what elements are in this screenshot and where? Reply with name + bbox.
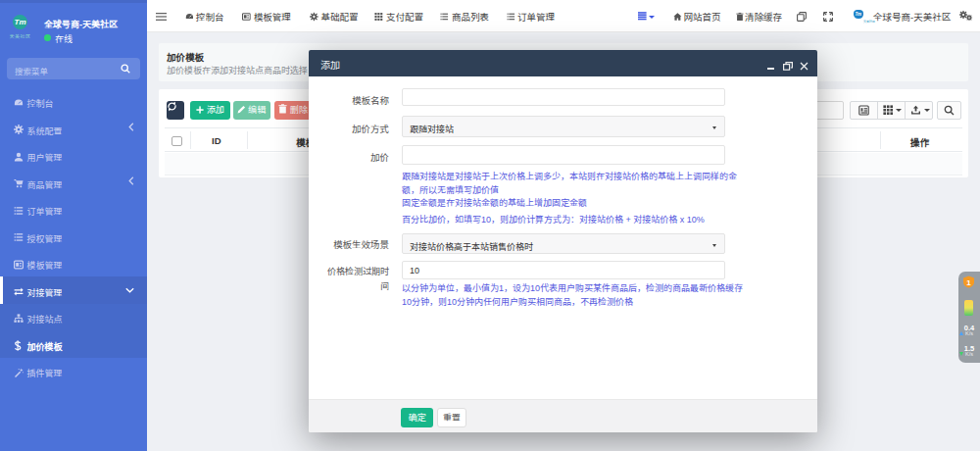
svg-text:1: 1 [966, 278, 971, 287]
